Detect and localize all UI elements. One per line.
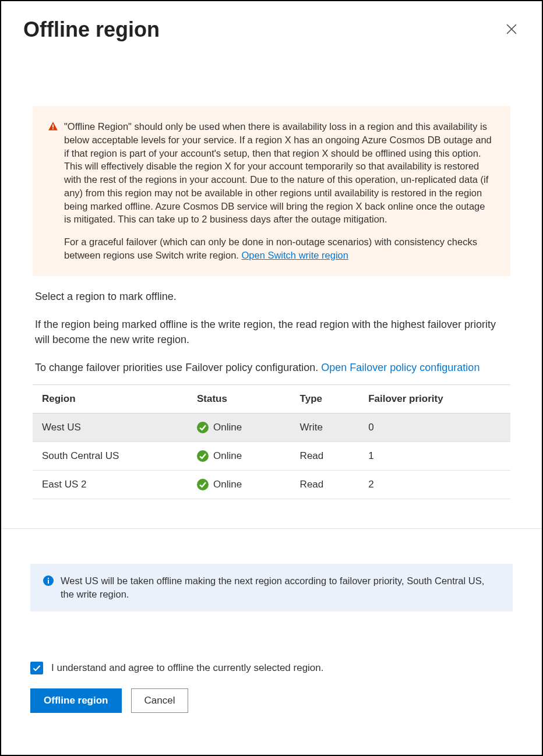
dialog-title: Offline region bbox=[23, 17, 160, 42]
cell-status: Online bbox=[188, 471, 291, 499]
warning-text: "Offline Region" should only be used whe… bbox=[64, 120, 493, 262]
table-header-row: Region Status Type Failover priority bbox=[33, 385, 510, 414]
cancel-button[interactable]: Cancel bbox=[131, 688, 189, 713]
instruction-select: Select a region to mark offline. bbox=[35, 289, 508, 304]
cell-priority: 0 bbox=[359, 414, 510, 442]
svg-rect-9 bbox=[48, 578, 49, 579]
cell-status: Online bbox=[188, 414, 291, 442]
button-row: Offline region Cancel bbox=[30, 688, 513, 713]
region-table: Region Status Type Failover priority Wes… bbox=[33, 384, 510, 499]
info-banner: West US will be taken offline making the… bbox=[30, 564, 513, 612]
dialog-content: "Offline Region" should only be used whe… bbox=[23, 106, 520, 499]
cell-region: West US bbox=[33, 414, 188, 442]
svg-rect-8 bbox=[48, 580, 49, 584]
cell-type: Write bbox=[291, 414, 359, 442]
warning-icon bbox=[48, 121, 58, 262]
table-row[interactable]: West USOnlineWrite0 bbox=[33, 414, 510, 442]
warning-banner: "Offline Region" should only be used whe… bbox=[33, 106, 510, 276]
col-type: Type bbox=[291, 385, 359, 414]
warning-paragraph-2: For a graceful failover (which can only … bbox=[64, 235, 493, 262]
status-online-icon bbox=[197, 450, 209, 462]
svg-point-6 bbox=[197, 479, 209, 490]
status-text: Online bbox=[213, 479, 242, 490]
offline-region-button[interactable]: Offline region bbox=[30, 688, 122, 713]
consent-row: I understand and agree to offline the cu… bbox=[30, 662, 513, 674]
consent-label: I understand and agree to offline the cu… bbox=[51, 662, 324, 674]
status-text: Online bbox=[213, 422, 242, 433]
svg-rect-3 bbox=[52, 128, 54, 129]
consent-checkbox[interactable] bbox=[30, 662, 43, 674]
offline-region-dialog: Offline region "Offline Region" should o… bbox=[0, 0, 543, 756]
cell-priority: 2 bbox=[359, 471, 510, 499]
dialog-header: Offline region bbox=[23, 17, 520, 42]
col-priority: Failover priority bbox=[359, 385, 510, 414]
check-icon bbox=[32, 663, 41, 673]
open-switch-write-region-link[interactable]: Open Switch write region bbox=[242, 250, 348, 260]
instructions-block: Select a region to mark offline. If the … bbox=[33, 289, 510, 375]
info-icon bbox=[43, 575, 54, 601]
cell-type: Read bbox=[291, 442, 359, 471]
cell-status: Online bbox=[188, 442, 291, 471]
cell-type: Read bbox=[291, 471, 359, 499]
close-button[interactable] bbox=[503, 21, 520, 37]
status-text: Online bbox=[213, 450, 242, 462]
open-failover-policy-link[interactable]: Open Failover policy configuration bbox=[321, 362, 479, 373]
cell-region: South Central US bbox=[33, 442, 188, 471]
col-region: Region bbox=[33, 385, 188, 414]
section-divider bbox=[1, 528, 542, 529]
info-text: West US will be taken offline making the… bbox=[61, 574, 500, 601]
instruction-write-region: If the region being marked offline is th… bbox=[35, 317, 508, 347]
svg-point-5 bbox=[197, 450, 209, 462]
svg-rect-2 bbox=[52, 125, 54, 128]
instruction-failover: To change failover priorities use Failov… bbox=[35, 360, 508, 375]
cell-priority: 1 bbox=[359, 442, 510, 471]
close-icon bbox=[506, 24, 517, 34]
table-row[interactable]: East US 2OnlineRead2 bbox=[33, 471, 510, 499]
table-row[interactable]: South Central USOnlineRead1 bbox=[33, 442, 510, 471]
col-status: Status bbox=[188, 385, 291, 414]
status-online-icon bbox=[197, 422, 209, 433]
cell-region: East US 2 bbox=[33, 471, 188, 499]
warning-paragraph-1: "Offline Region" should only be used whe… bbox=[64, 120, 493, 226]
svg-point-4 bbox=[197, 422, 209, 433]
status-online-icon bbox=[197, 479, 209, 490]
